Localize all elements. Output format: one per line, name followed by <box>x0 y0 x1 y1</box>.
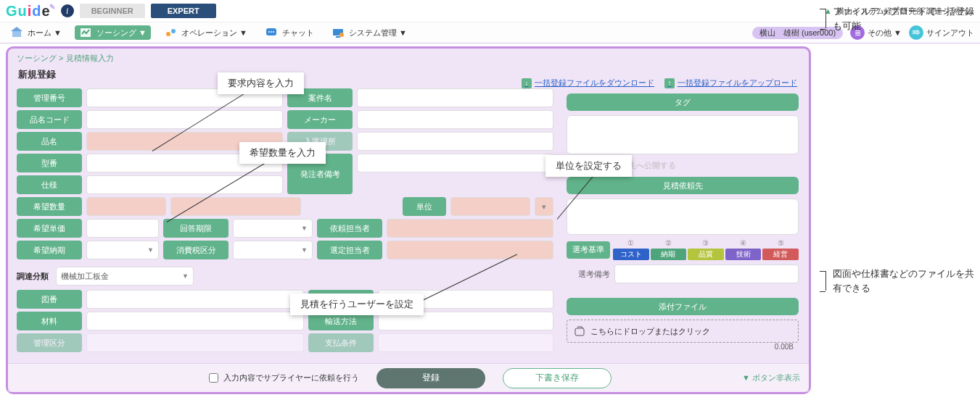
field-spec[interactable] <box>86 175 283 194</box>
field-matter[interactable] <box>357 88 553 107</box>
tag-header: タグ <box>567 93 799 111</box>
unit-dropdown-button[interactable]: ▾ <box>535 197 553 216</box>
label-remark: 選考備考 <box>567 269 610 280</box>
label-sel-person: 選定担当者 <box>317 241 382 259</box>
draft-button[interactable]: 下書き保存 <box>503 368 612 388</box>
label-pay: 支払条件 <box>308 333 374 352</box>
drop-size: 0.00B <box>775 343 794 351</box>
label-material: 材料 <box>17 312 82 330</box>
svg-point-8 <box>273 31 274 33</box>
nav-sysadmin[interactable]: システム管理 ▼ <box>327 25 411 40</box>
download-icon: ↓ <box>522 78 532 88</box>
svg-point-6 <box>268 31 270 33</box>
field-unit[interactable] <box>450 197 530 216</box>
dropzone-icon <box>573 325 586 338</box>
upload-template-link[interactable]: ↑一括登録ファイルをアップロード <box>664 78 797 88</box>
label-mgmt-no: 管理番号 <box>17 88 82 107</box>
label-criteria: 選考基準 <box>567 241 610 259</box>
field-maker[interactable] <box>357 110 553 129</box>
callout-input-qty: 希望数量を入力 <box>239 142 326 164</box>
label-req-person: 依頼担当者 <box>317 219 382 238</box>
rely-checkbox[interactable]: 入力内容でサプライヤーに依頼を行う <box>206 371 359 385</box>
field-item-code[interactable] <box>86 110 283 129</box>
attach-header: 添付ファイル <box>567 298 799 315</box>
svg-point-4 <box>171 29 176 33</box>
label-item-name: 品名 <box>17 132 82 151</box>
svg-rect-10 <box>336 36 340 38</box>
svg-point-7 <box>271 31 272 33</box>
label-tax: 消費税区分 <box>163 241 228 259</box>
label-drawing-no: 図番 <box>17 290 82 309</box>
dest-input[interactable] <box>567 199 799 235</box>
register-button[interactable]: 登録 <box>376 368 485 388</box>
field-tax[interactable] <box>233 241 313 259</box>
svg-rect-0 <box>12 31 21 37</box>
callout-set-user: 見積を行うユーザーを設定 <box>290 293 424 315</box>
field-remark[interactable] <box>614 264 799 283</box>
field-req-person[interactable] <box>387 219 553 238</box>
field-storage[interactable] <box>357 132 553 151</box>
tag-input[interactable] <box>567 115 799 154</box>
breadcrumb: ソーシング > 見積情報入力 <box>17 53 800 64</box>
field-price[interactable] <box>86 219 159 238</box>
hide-buttons-toggle[interactable]: ▼ ボタン非表示 <box>742 372 800 383</box>
field-reply-due[interactable] <box>233 219 313 238</box>
field-category[interactable]: 機械加工板金 <box>56 267 194 286</box>
field-mgmt-cls[interactable] <box>86 333 304 352</box>
mode-expert-button[interactable]: EXPERT <box>151 4 216 18</box>
nav-operation[interactable]: オペレーション ▼ <box>160 25 252 40</box>
label-maker: メーカー <box>287 110 353 129</box>
svg-point-11 <box>339 33 344 37</box>
field-order-note[interactable] <box>357 154 553 172</box>
svg-point-3 <box>166 32 170 36</box>
field-pay[interactable] <box>378 333 553 352</box>
field-qty[interactable] <box>86 197 166 216</box>
svg-marker-1 <box>11 27 22 31</box>
label-item-code: 品名コード <box>17 110 82 129</box>
label-price: 希望単価 <box>17 219 82 238</box>
field-material[interactable] <box>86 312 304 330</box>
mode-beginner-button[interactable]: BEGINNER <box>80 4 145 18</box>
field-qty-2[interactable] <box>170 197 301 216</box>
nav-chat[interactable]: チャット <box>260 25 318 40</box>
chip-tech[interactable]: 技術 <box>725 249 762 260</box>
label-category: 調達分類 <box>17 271 49 282</box>
dropzone[interactable]: こちらにドロップまたはクリック 0.00B <box>567 320 799 343</box>
download-template-link[interactable]: ↓一括登録ファイルをダウンロード <box>522 78 654 88</box>
chip-delivery[interactable]: 納期 <box>651 249 687 260</box>
label-mgmt-cls: 管理区分 <box>17 333 82 352</box>
field-delivery[interactable] <box>86 241 159 259</box>
side-note-share-file: 図面や仕様書などのファイルを共有できる <box>833 267 978 295</box>
info-icon[interactable]: i <box>61 4 74 17</box>
label-spec: 仕様 <box>17 175 82 194</box>
chip-cost[interactable]: コスト <box>613 249 649 260</box>
upload-icon: ↑ <box>664 78 675 88</box>
chip-mgmt[interactable]: 経営 <box>762 249 799 260</box>
svg-rect-12 <box>575 328 584 336</box>
callout-input-content: 要求内容を入力 <box>218 72 304 94</box>
label-qty: 希望数量 <box>17 197 82 216</box>
field-drawing-no[interactable] <box>86 290 304 309</box>
label-delivery: 希望納期 <box>17 241 82 259</box>
callout-set-unit: 単位を設定する <box>545 155 632 177</box>
label-reply-due: 回答期限 <box>163 219 228 238</box>
nav-home[interactable]: ホーム ▼ <box>6 25 66 40</box>
dest-header: 見積依頼先 <box>567 177 799 194</box>
chip-quality[interactable]: 品質 <box>688 249 724 260</box>
nav-sourcing[interactable]: ソーシング ▼ <box>75 25 151 40</box>
label-model: 型番 <box>17 154 82 172</box>
app-logo: Guide✎ <box>6 3 55 20</box>
label-unit: 単位 <box>403 197 446 216</box>
side-note-upload: ファイルアップロードで一括登録も可能 <box>833 4 978 33</box>
field-sel-person[interactable] <box>387 241 553 259</box>
user-label: 横山 雄樹 (user000) <box>752 27 843 39</box>
